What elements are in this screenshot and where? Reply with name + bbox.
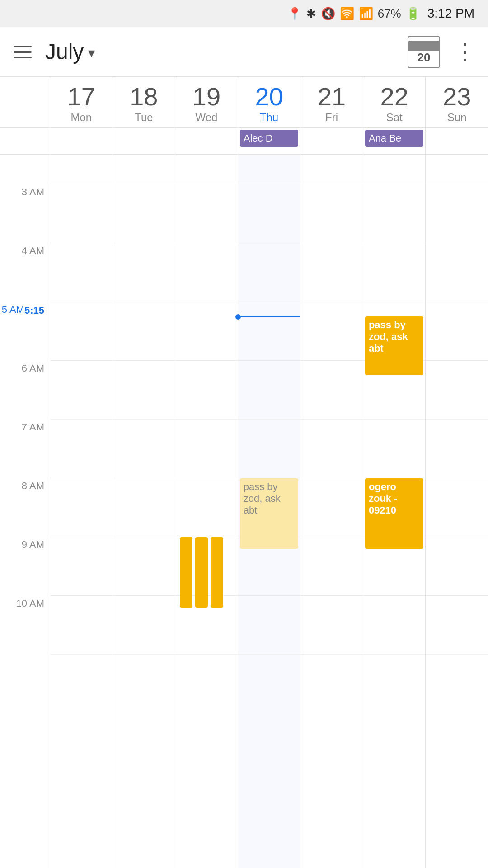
day-name-tue: Tue <box>135 111 153 124</box>
day-header-sun[interactable]: 23 Sun <box>425 77 488 127</box>
status-time: 3:12 PM <box>427 6 474 21</box>
signal-icon: 📶 <box>359 7 373 21</box>
time-grid: 3 AM 4 AM 5 AM 5:15 6 AM 7 AM 8 AM 9 AM … <box>0 155 488 868</box>
time-label-4am: 4 AM <box>0 243 50 302</box>
allday-event-ana[interactable]: Ana Be <box>365 130 424 147</box>
day-number-22: 22 <box>380 84 408 109</box>
hour-mon-10am <box>50 596 113 655</box>
current-time-display: 5:15 <box>24 305 44 316</box>
time-label-5am: 5 AM 5:15 <box>0 302 50 361</box>
today-button[interactable]: 20 <box>408 36 440 68</box>
day-name-mon: Mon <box>70 111 92 124</box>
event-wed-bar2[interactable] <box>195 537 208 608</box>
allday-cell-thu[interactable]: Alec D <box>238 128 300 154</box>
hour-mon-6am <box>50 361 113 420</box>
allday-gutter <box>0 128 50 154</box>
status-icons: 📍 ✱ 🔇 🛜 📶 67% 🔋 <box>287 7 420 21</box>
month-dropdown-arrow: ▾ <box>88 45 95 61</box>
day-header-sat[interactable]: 22 Sat <box>363 77 426 127</box>
day-number-21: 21 <box>318 84 346 109</box>
day-col-tue <box>113 155 175 868</box>
day-col-sun <box>425 155 488 868</box>
month-title: July <box>45 39 84 64</box>
allday-event-alec[interactable]: Alec D <box>240 130 299 147</box>
day-header-tue[interactable]: 18 Tue <box>113 77 175 127</box>
event-thu-passbyzod-title: pass by zod, ask abt <box>244 481 281 516</box>
calendar-today-number: 20 <box>418 51 431 63</box>
bluetooth-icon: ✱ <box>306 7 316 21</box>
allday-cell-fri <box>300 128 363 154</box>
status-bar: 📍 ✱ 🔇 🛜 📶 67% 🔋 3:12 PM <box>0 0 488 27</box>
event-thu-passbyzod[interactable]: pass by zod, ask abt <box>240 478 299 549</box>
allday-cells: Alec D Ana Be <box>50 128 488 154</box>
day-name-sat: Sat <box>386 111 403 124</box>
allday-cell-wed <box>175 128 238 154</box>
day-header-fri[interactable]: 21 Fri <box>300 77 363 127</box>
event-sat-ogerozuk[interactable]: ogero zouk - 09210 <box>365 478 424 549</box>
event-sat-passbyzod-title: pass by zod, ask abt <box>369 319 408 354</box>
day-col-mon <box>50 155 113 868</box>
day-name-sun: Sun <box>447 111 467 124</box>
day-number-23: 23 <box>443 84 471 109</box>
hour-mon-3am <box>50 184 113 243</box>
day-header-mon[interactable]: 17 Mon <box>50 77 113 127</box>
time-label-8am: 8 AM <box>0 478 50 537</box>
allday-cell-mon <box>50 128 113 154</box>
battery-text: 67% <box>378 7 401 21</box>
allday-row: Alec D Ana Be <box>0 128 488 155</box>
mute-icon: 🔇 <box>321 7 335 21</box>
day-col-fri <box>300 155 363 868</box>
day-number-20: 20 <box>255 84 283 109</box>
hour-mon-4am <box>50 243 113 302</box>
hour-mon-9am <box>50 537 113 596</box>
battery-icon: 🔋 <box>406 7 420 21</box>
day-columns: pass by zod, ask abt <box>50 155 488 868</box>
day-number-18: 18 <box>130 84 158 109</box>
wifi-icon: 🛜 <box>340 7 354 21</box>
hour-mon-2am <box>50 155 113 184</box>
allday-cell-sun <box>425 128 488 154</box>
event-wed-bar3[interactable] <box>211 537 223 608</box>
menu-button[interactable] <box>14 46 32 58</box>
time-label-9am: 9 AM <box>0 537 50 596</box>
hour-mon-8am <box>50 478 113 537</box>
day-name-fri: Fri <box>325 111 338 124</box>
location-icon: 📍 <box>287 7 302 21</box>
app-bar-actions: 20 ⋮ <box>408 36 474 68</box>
event-sat-ogerozuk-title: ogero zouk - 09210 <box>369 481 398 516</box>
time-label-10am: 10 AM <box>0 596 50 655</box>
day-headers: 17 Mon 18 Tue 19 Wed 20 Thu 21 Fri 22 Sa… <box>0 77 488 128</box>
event-wed-bar1[interactable] <box>180 537 192 608</box>
hour-mon-7am <box>50 420 113 478</box>
app-title[interactable]: July ▾ <box>45 39 408 64</box>
current-time-dot <box>235 314 241 320</box>
gutter-header <box>0 77 50 127</box>
time-label-7am: 7 AM <box>0 420 50 478</box>
allday-cell-sat[interactable]: Ana Be <box>363 128 426 154</box>
calendar-icon-top <box>408 41 439 51</box>
day-header-wed[interactable]: 19 Wed <box>175 77 238 127</box>
app-bar: July ▾ 20 ⋮ <box>0 27 488 77</box>
calendar-container: 17 Mon 18 Tue 19 Wed 20 Thu 21 Fri 22 Sa… <box>0 77 488 868</box>
day-number-17: 17 <box>67 84 95 109</box>
hour-mon-5am <box>50 302 113 361</box>
event-sat-passbyzod[interactable]: pass by zod, ask abt <box>365 316 424 375</box>
time-label-3am: 3 AM <box>0 184 50 243</box>
time-label-6am: 6 AM <box>0 361 50 420</box>
more-menu-button[interactable]: ⋮ <box>454 46 474 57</box>
day-number-19: 19 <box>192 84 221 109</box>
time-gutter: 3 AM 4 AM 5 AM 5:15 6 AM 7 AM 8 AM 9 AM … <box>0 155 50 868</box>
day-col-thu: pass by zod, ask abt <box>238 155 300 868</box>
allday-cell-tue <box>113 128 175 154</box>
day-name-wed: Wed <box>195 111 217 124</box>
day-header-thu-today[interactable]: 20 Thu <box>238 77 300 127</box>
day-name-thu: Thu <box>260 111 278 124</box>
current-time-line <box>238 316 300 317</box>
day-col-sat: pass by zod, ask abt ogero zouk - 09210 <box>363 155 426 868</box>
day-col-wed <box>175 155 238 868</box>
